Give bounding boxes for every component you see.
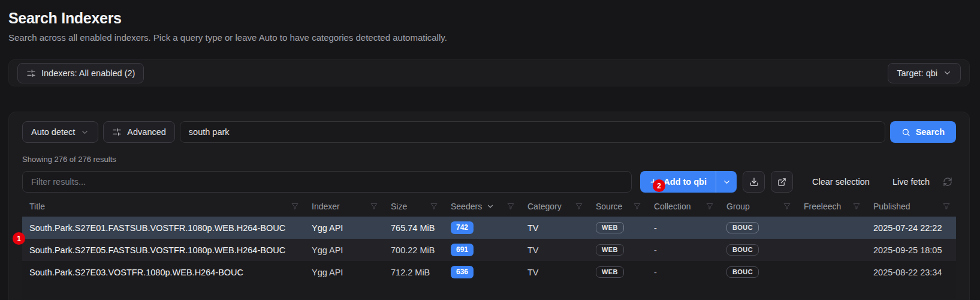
results-table: Title Indexer Size Seeders Category Sour… — [22, 196, 956, 299]
add-to-qbi-button[interactable]: Add to qbi — [640, 171, 716, 193]
sliders-icon — [112, 127, 122, 137]
group-badge: BOUC — [726, 266, 759, 278]
result-indexer: Ygg API — [304, 245, 384, 255]
search-results-panel: Auto detect Advanced Search Showing 276 … — [8, 112, 970, 300]
search-button[interactable]: Search — [890, 121, 956, 143]
result-indexer: Ygg API — [304, 223, 384, 233]
indexers-filter-button[interactable]: Indexers: All enabled (2) — [17, 63, 144, 83]
page-subtitle: Search across all enabled indexers. Pick… — [8, 32, 972, 43]
search-row: Auto detect Advanced Search — [22, 121, 956, 143]
result-indexer: Ygg API — [304, 268, 384, 277]
column-header-title[interactable]: Title — [22, 202, 304, 211]
filter-results-input[interactable] — [22, 171, 632, 193]
seeders-badge: 742 — [451, 221, 474, 233]
chevron-down-icon — [943, 68, 952, 77]
filter-funnel-icon[interactable] — [430, 203, 438, 210]
live-fetch-label: Live fetch — [892, 177, 930, 187]
page-header: Search Indexers Search across all enable… — [0, 0, 980, 43]
filter-funnel-icon[interactable] — [943, 203, 950, 210]
add-to-options-button[interactable] — [716, 171, 737, 193]
advanced-label: Advanced — [127, 127, 166, 137]
search-query-input[interactable] — [180, 121, 885, 143]
chevron-down-icon — [722, 178, 731, 187]
search-button-label: Search — [916, 127, 945, 137]
refresh-icon — [943, 177, 952, 187]
chevron-down-icon — [80, 128, 89, 137]
annotation-marker-2: 2 — [653, 179, 665, 192]
filter-funnel-icon[interactable] — [370, 203, 378, 210]
column-header-seeders[interactable]: Seeders — [444, 202, 520, 211]
result-collection: - — [647, 268, 719, 277]
result-category: TV — [520, 223, 589, 233]
download-button[interactable] — [743, 171, 765, 193]
column-header-category[interactable]: Category — [520, 202, 589, 211]
open-external-button[interactable] — [771, 171, 793, 193]
source-badge: WEB — [596, 266, 624, 278]
source-badge: WEB — [596, 244, 624, 256]
filter-funnel-icon[interactable] — [634, 203, 641, 210]
results-summary: Showing 276 of 276 results — [22, 155, 956, 164]
column-header-published[interactable]: Published — [866, 202, 956, 211]
group-badge: BOUC — [726, 222, 759, 233]
seeders-badge: 636 — [451, 266, 474, 278]
group-badge: BOUC — [726, 244, 759, 256]
target-label: Target: qbi — [897, 68, 937, 78]
filter-funnel-icon[interactable] — [575, 203, 583, 210]
table-row-partial[interactable] — [22, 283, 956, 299]
source-badge: WEB — [596, 222, 624, 233]
clear-selection-button[interactable]: Clear selection — [804, 171, 878, 193]
table-header-row: Title Indexer Size Seeders Category Sour… — [22, 196, 956, 217]
search-indexers-page: Search Indexers Search across all enable… — [0, 0, 980, 300]
result-collection: - — [647, 223, 719, 233]
query-type-select[interactable]: Auto detect — [22, 121, 98, 143]
sort-desc-icon[interactable] — [486, 202, 494, 211]
result-collection: - — [647, 245, 719, 255]
result-published: 2025-08-22 23:34 — [866, 268, 956, 277]
seeders-badge: 691 — [451, 244, 474, 256]
table-row[interactable]: South.Park.S27E03.VOSTFR.1080p.WEB.H264-… — [22, 261, 956, 283]
sliders-icon — [26, 68, 36, 78]
result-published: 2025-09-25 18:05 — [866, 245, 956, 255]
target-select-button[interactable]: Target: qbi — [888, 63, 961, 83]
download-icon — [749, 177, 759, 187]
column-header-size[interactable]: Size — [384, 202, 444, 211]
column-header-indexer[interactable]: Indexer — [304, 202, 384, 211]
filter-funnel-icon[interactable] — [853, 203, 860, 210]
search-icon — [901, 128, 910, 137]
column-header-collection[interactable]: Collection — [647, 202, 719, 211]
result-title: South.Park.S27E05.FASTSUB.VOSTFR.1080p.W… — [22, 245, 304, 255]
result-size: 700.22 MiB — [384, 245, 444, 255]
result-published: 2025-07-24 22:22 — [866, 223, 956, 233]
query-type-label: Auto detect — [31, 127, 75, 137]
filter-funnel-icon[interactable] — [507, 203, 514, 210]
advanced-button[interactable]: Advanced — [103, 121, 175, 143]
filter-funnel-icon[interactable] — [783, 203, 791, 210]
filter-funnel-icon[interactable] — [706, 203, 713, 210]
external-link-icon — [777, 178, 786, 187]
annotation-marker-1: 1 — [13, 232, 25, 245]
result-title: South.Park.S27E03.VOSTFR.1080p.WEB.H264-… — [22, 268, 304, 277]
add-to-qbi-label: Add to qbi — [664, 177, 707, 187]
page-title: Search Indexers — [8, 10, 972, 27]
column-header-freeleech[interactable]: Freeleech — [797, 202, 866, 211]
results-actions-row: Add to qbi Clear selection Live fetch — [22, 171, 956, 193]
result-category: TV — [520, 245, 589, 255]
result-size: 712.2 MiB — [384, 268, 444, 277]
filter-funnel-icon[interactable] — [291, 203, 298, 210]
result-category: TV — [520, 268, 589, 277]
column-header-group[interactable]: Group — [719, 202, 797, 211]
column-header-source[interactable]: Source — [589, 202, 647, 211]
result-title: South.Park.S27E01.FASTSUB.VOSTFR.1080p.W… — [22, 223, 304, 233]
refresh-button[interactable] — [943, 177, 952, 187]
indexers-filter-label: Indexers: All enabled (2) — [41, 68, 135, 78]
table-row[interactable]: South.Park.S27E05.FASTSUB.VOSTFR.1080p.W… — [22, 239, 956, 261]
table-row[interactable]: South.Park.S27E01.FASTSUB.VOSTFR.1080p.W… — [22, 217, 956, 239]
indexers-toolbar: Indexers: All enabled (2) Target: qbi — [8, 59, 970, 86]
result-size: 765.74 MiB — [384, 223, 444, 233]
